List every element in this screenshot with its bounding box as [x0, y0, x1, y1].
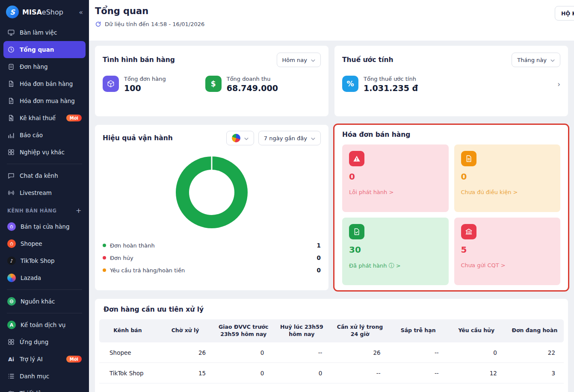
divider — [7, 164, 82, 164]
table-cell[interactable]: 3 — [506, 363, 564, 383]
tile-not-eligible[interactable]: 0 Chưa đủ điều kiện > — [454, 144, 561, 212]
table-cell[interactable]: 22 — [506, 342, 564, 363]
sidebar-item-label: Nghiệp vụ khác — [20, 149, 65, 156]
data-freshness-note: Dữ liệu tính đến 14:58 - 16/01/2026 — [105, 21, 204, 27]
table-cell[interactable]: 26 — [156, 342, 214, 363]
sidebar-item-sales-invoice[interactable]: Hóa đơn bán hàng — [3, 75, 86, 92]
tiktok-icon: ♪ — [7, 256, 16, 265]
table-cell[interactable]: 12 — [447, 363, 506, 383]
sales-period-dropdown[interactable]: Hôm nay — [277, 53, 321, 67]
sidebar-item-ai-assistant[interactable]: Ai Trợ lý AI Mới — [3, 351, 86, 368]
money-icon: $ — [205, 76, 222, 92]
sidebar-item-label: Bán tại cửa hàng — [21, 223, 70, 230]
operations-efficiency-card: Hiệu quả vận hành 7 ngày gần đây — [95, 125, 328, 290]
tile-issue-errors[interactable]: 0 Lỗi phát hành > — [342, 144, 449, 212]
divider — [7, 289, 82, 290]
accounting-icon: A — [7, 321, 16, 329]
sidebar-item-label: Danh mục — [20, 373, 49, 380]
column-header: Huỷ lúc 23h59 hôm nay — [272, 319, 331, 342]
sidebar-item-other-operations[interactable]: Nghiệp vụ khác — [3, 144, 86, 161]
sidebar-item-livestream[interactable]: Livestream — [3, 184, 86, 201]
column-header: Kênh bán — [99, 319, 156, 342]
sidebar-item-label: Hóa đơn bán hàng — [20, 80, 73, 87]
tax-document-icon — [7, 114, 15, 122]
sidebar-item-label: Lazada — [21, 274, 41, 281]
sidebar-item-reports[interactable]: Báo cáo — [3, 127, 86, 144]
sidebar-item-label: Kế toán dịch vụ — [21, 321, 65, 328]
legend-item: Yêu cầu trả hàng/hoàn tiền 0 — [103, 267, 321, 274]
sales-summary-card: Tình hình bán hàng Hôm nay Tổng — [95, 46, 328, 116]
table-header-row: Kênh bán Chờ xử lý Giao ĐVVC trước 23h59… — [99, 319, 564, 342]
tile-not-sent-tax-authority[interactable]: 5 Chưa gửi CQT > — [454, 218, 561, 285]
refresh-icon[interactable] — [95, 21, 101, 27]
tile-link[interactable]: Lỗi phát hành > — [349, 189, 442, 195]
table-cell: 0 — [214, 342, 272, 363]
legend-dot — [103, 268, 106, 272]
overview-icon — [7, 46, 15, 53]
tax-period-dropdown[interactable]: Tháng này — [512, 53, 560, 67]
monitor-icon — [7, 29, 15, 36]
column-header: Sắp trễ hạn — [389, 319, 447, 342]
warning-icon — [349, 151, 364, 166]
app-root: S MISAeShop « Bàn làm việc Tổng quan Đơn… — [0, 0, 574, 392]
lazada-icon — [7, 274, 16, 282]
legend-label: Đơn hủy — [110, 255, 133, 261]
sidebar-item-label: Chat đa kênh — [20, 172, 58, 179]
card-title: Đơn hàng cần ưu tiên xử lý — [95, 306, 568, 313]
sidebar-item-lazada[interactable]: Lazada — [3, 269, 86, 286]
sidebar-item-tiktok-shop[interactable]: ♪ TikTok Shop — [3, 252, 86, 269]
chevron-down-icon — [550, 58, 555, 62]
sidebar-item-store-sales[interactable]: Bán tại cửa hàng — [3, 218, 86, 235]
sales-channels-section-header: KÊNH BÁN HÀNG + — [0, 201, 89, 218]
table-cell[interactable]: 26 — [331, 342, 389, 363]
column-header: Chờ xử lý — [156, 319, 214, 342]
grid-icon — [7, 148, 15, 156]
operations-period-dropdown[interactable]: 7 ngày gần đây — [258, 131, 321, 145]
bar-chart-icon — [7, 131, 15, 139]
sidebar-item-label: Shopee — [21, 240, 42, 247]
channels-filter-dropdown[interactable] — [226, 131, 254, 145]
globe-icon — [7, 297, 16, 306]
sales-invoices-card: Hóa đơn bán hàng 0 Lỗi phát hành > — [334, 125, 568, 290]
sidebar-item-apps[interactable]: Ứng dụng — [3, 333, 86, 351]
bank-building-icon — [461, 224, 476, 239]
sidebar-item-omnichannel-chat[interactable]: Chat đa kênh — [3, 167, 86, 184]
sidebar-item-categories[interactable]: Danh mục — [3, 368, 86, 385]
channel-cell: TikTok Shop — [99, 363, 156, 383]
sidebar-item-other-sources[interactable]: Nguồn khác — [3, 293, 86, 310]
business-type-button[interactable]: HỘ K — [555, 6, 574, 21]
tile-link[interactable]: Chưa đủ điều kiện > — [461, 189, 554, 195]
sidebar-item-label: Trợ lý AI — [20, 356, 43, 363]
brand-header: S MISAeShop « — [0, 0, 89, 24]
table-cell[interactable]: 15 — [156, 363, 214, 383]
card-title: Hiệu quả vận hành — [103, 134, 173, 142]
sidebar-item-label: Bàn làm việc — [20, 29, 57, 36]
tax-percent-icon: % — [342, 76, 358, 92]
sidebar-item-shopee[interactable]: Shopee — [3, 235, 86, 252]
store-icon — [7, 222, 16, 231]
tile-issued[interactable]: 30 Đã phát hành ⓘ > — [342, 218, 449, 285]
tile-count: 0 — [461, 171, 554, 182]
sidebar-item-purchase-invoice[interactable]: Hóa đơn mua hàng — [3, 92, 86, 109]
legend-item: Đơn hủy 0 — [103, 254, 321, 261]
brand-logo-icon: S — [6, 6, 19, 18]
total-revenue-metric: $ Tổng doanh thu 68.749.000 — [205, 76, 278, 93]
sidebar-item-tax-declaration[interactable]: Kê khai thuế Mới — [3, 109, 86, 127]
sidebar-item-accounting-service[interactable]: A Kế toán dịch vụ — [3, 316, 86, 333]
table-cell: -- — [389, 363, 447, 383]
chevron-right-icon[interactable]: › — [557, 80, 560, 88]
sidebar-item-workspace[interactable]: Bàn làm việc — [3, 24, 86, 41]
sliders-icon — [7, 389, 15, 392]
add-channel-button[interactable]: + — [76, 206, 82, 215]
tile-link[interactable]: Chưa gửi CQT > — [461, 262, 554, 268]
sidebar-collapse-button[interactable]: « — [79, 8, 83, 16]
document-check-icon — [349, 224, 364, 239]
tile-link[interactable]: Đã phát hành ⓘ > — [349, 262, 442, 270]
tile-count: 0 — [349, 171, 442, 182]
metric-label: Tổng thuế ước tính — [364, 76, 418, 82]
sidebar-item-orders[interactable]: Đơn hàng — [3, 58, 86, 75]
sidebar-item-overview[interactable]: Tổng quan — [3, 41, 86, 58]
apps-grid-icon — [7, 338, 15, 346]
sidebar-item-settings[interactable]: Thiết lập — [3, 385, 86, 392]
invoice-status-tiles: 0 Lỗi phát hành > 0 Chưa đủ điều kiện > — [342, 144, 560, 285]
